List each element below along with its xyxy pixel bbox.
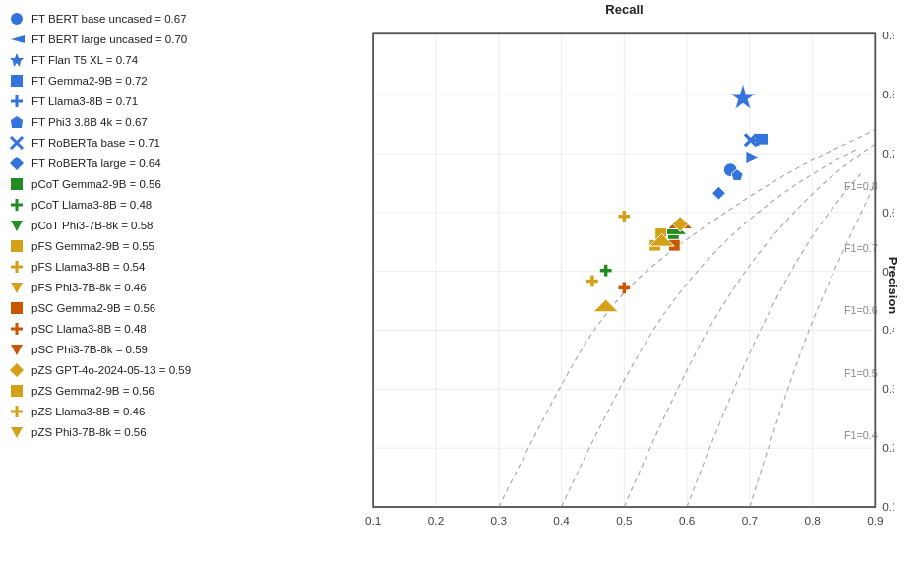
legend-item: FT Flan T5 XL = 0.74: [8, 51, 317, 69]
legend-icon-9: [8, 196, 26, 214]
svg-text:0.2: 0.2: [882, 441, 894, 454]
legend-item: pSC Gemma2-9B = 0.56: [8, 299, 317, 317]
legend-item: pZS GPT-4o-2024-05-13 = 0.59: [8, 361, 317, 379]
svg-text:0.9: 0.9: [867, 514, 883, 527]
svg-text:0.7: 0.7: [882, 147, 894, 159]
chart-wrapper: Recall: [325, 0, 924, 570]
legend-item: FT Gemma2-9B = 0.72: [8, 72, 317, 90]
legend-item: pFS Gemma2-9B = 0.55: [8, 237, 317, 255]
legend-item: pZS Llama3-8B = 0.46: [8, 403, 317, 420]
legend-icon-8: [8, 175, 26, 193]
svg-marker-6: [11, 116, 23, 128]
legend-item: pZS Phi3-7B-8k = 0.56: [8, 423, 317, 441]
legend-label-10: pCoT Phi3-7B-8k = 0.58: [31, 220, 154, 231]
svg-text:F1=0.4: F1=0.4: [844, 429, 878, 441]
svg-text:0.1: 0.1: [365, 514, 381, 527]
y-axis-title: Precision: [886, 256, 900, 314]
legend-icon-10: [8, 217, 26, 234]
legend-label-8: pCoT Gemma2-9B = 0.56: [31, 178, 161, 190]
legend-label-9: pCoT Llama3-8B = 0.48: [31, 199, 152, 211]
legend-icon-6: [8, 134, 26, 152]
legend-item: FT BERT large uncased = 0.70: [8, 31, 317, 48]
legend-label-11: pFS Gemma2-9B = 0.55: [31, 240, 154, 252]
legend-icon-14: [8, 299, 26, 317]
legend-label-15: pSC Llama3-8B = 0.48: [31, 323, 147, 335]
legend-icon-12: [8, 258, 26, 276]
legend-icon-17: [8, 361, 26, 379]
legend-icon-13: [8, 279, 26, 296]
legend-label-7: FT RoBERTa large = 0.64: [31, 158, 161, 169]
svg-text:0.2: 0.2: [428, 514, 444, 527]
legend-icon-4: [8, 93, 26, 110]
legend-icon-0: [8, 10, 26, 28]
svg-text:0.4: 0.4: [553, 514, 570, 527]
svg-text:0.6: 0.6: [679, 514, 696, 527]
legend-item: pSC Llama3-8B = 0.48: [8, 320, 317, 338]
svg-text:0.4: 0.4: [882, 323, 894, 336]
svg-text:0.6: 0.6: [882, 206, 894, 219]
legend-label-13: pFS Phi3-7B-8k = 0.46: [31, 282, 147, 293]
legend-icon-5: [8, 113, 26, 131]
legend-icon-2: [8, 51, 26, 69]
legend-item: FT Llama3-8B = 0.71: [8, 93, 317, 110]
legend-label-6: FT RoBERTa base = 0.71: [31, 137, 160, 149]
legend-label-16: pSC Phi3-7B-8k = 0.59: [31, 344, 148, 355]
legend-icon-3: [8, 72, 26, 90]
legend-label-12: pFS Llama3-8B = 0.54: [31, 261, 145, 273]
svg-text:0.9: 0.9: [882, 29, 894, 41]
legend-icon-7: [8, 155, 26, 172]
svg-marker-17: [11, 283, 23, 293]
legend-item: pFS Llama3-8B = 0.54: [8, 258, 317, 276]
svg-marker-13: [11, 221, 23, 231]
legend-label-14: pSC Gemma2-9B = 0.56: [31, 302, 155, 314]
legend-icon-1: [8, 31, 26, 48]
svg-marker-22: [10, 363, 24, 377]
legend-label-17: pZS GPT-4o-2024-05-13 = 0.59: [31, 364, 191, 376]
svg-marker-1: [11, 35, 25, 43]
svg-rect-18: [11, 302, 23, 314]
svg-text:F1=0.8: F1=0.8: [844, 180, 878, 192]
legend-item: pCoT Phi3-7B-8k = 0.58: [8, 217, 317, 234]
svg-rect-14: [11, 240, 23, 252]
legend-item: pSC Phi3-7B-8k = 0.59: [8, 341, 317, 358]
legend-item: FT BERT base uncased = 0.67: [8, 10, 317, 28]
svg-text:0.3: 0.3: [882, 382, 894, 395]
svg-text:0.5: 0.5: [616, 514, 633, 527]
legend-item: pZS Gemma2-9B = 0.56: [8, 382, 317, 400]
svg-text:0.8: 0.8: [804, 514, 821, 527]
svg-text:0.8: 0.8: [882, 88, 894, 100]
legend-label-20: pZS Phi3-7B-8k = 0.56: [31, 426, 147, 438]
svg-text:F1=0.7: F1=0.7: [844, 242, 878, 254]
legend-icon-18: [8, 382, 26, 400]
legend-item: pFS Phi3-7B-8k = 0.46: [8, 279, 317, 296]
x-axis-title: Recall: [605, 2, 643, 17]
legend-icon-11: [8, 237, 26, 255]
legend-label-5: FT Phi3 3.8B 4k = 0.67: [31, 116, 148, 128]
legend-label-4: FT Llama3-8B = 0.71: [31, 95, 138, 107]
legend-item: FT Phi3 3.8B 4k = 0.67: [8, 113, 317, 131]
legend-label-18: pZS Gemma2-9B = 0.56: [31, 385, 154, 397]
legend-label-1: FT BERT large uncased = 0.70: [31, 33, 187, 45]
legend-label-2: FT Flan T5 XL = 0.74: [31, 54, 138, 66]
svg-marker-9: [10, 157, 24, 170]
legend-item: FT RoBERTa large = 0.64: [8, 155, 317, 172]
svg-rect-23: [11, 385, 23, 397]
legend-label-3: FT Gemma2-9B = 0.72: [31, 75, 148, 87]
legend: FT BERT base uncased = 0.67FT BERT large…: [0, 0, 325, 570]
svg-text:F1=0.5: F1=0.5: [844, 367, 878, 379]
svg-text:0.1: 0.1: [882, 500, 894, 513]
svg-rect-10: [11, 178, 23, 190]
legend-icon-15: [8, 320, 26, 338]
svg-rect-3: [11, 75, 23, 87]
legend-label-19: pZS Llama3-8B = 0.46: [31, 406, 145, 417]
scatter-plot: 0.1 0.2 0.3 0.4 0.5 0.6 0.7 0.8 0.9 0.1 …: [335, 20, 894, 540]
legend-icon-16: [8, 341, 26, 358]
legend-item: pCoT Gemma2-9B = 0.56: [8, 175, 317, 193]
svg-text:0.7: 0.7: [742, 514, 758, 527]
svg-point-0: [11, 13, 23, 25]
legend-label-0: FT BERT base uncased = 0.67: [31, 13, 187, 25]
legend-icon-19: [8, 403, 26, 420]
legend-item: pCoT Llama3-8B = 0.48: [8, 196, 317, 214]
svg-text:0.3: 0.3: [491, 514, 508, 527]
svg-marker-21: [11, 345, 23, 355]
